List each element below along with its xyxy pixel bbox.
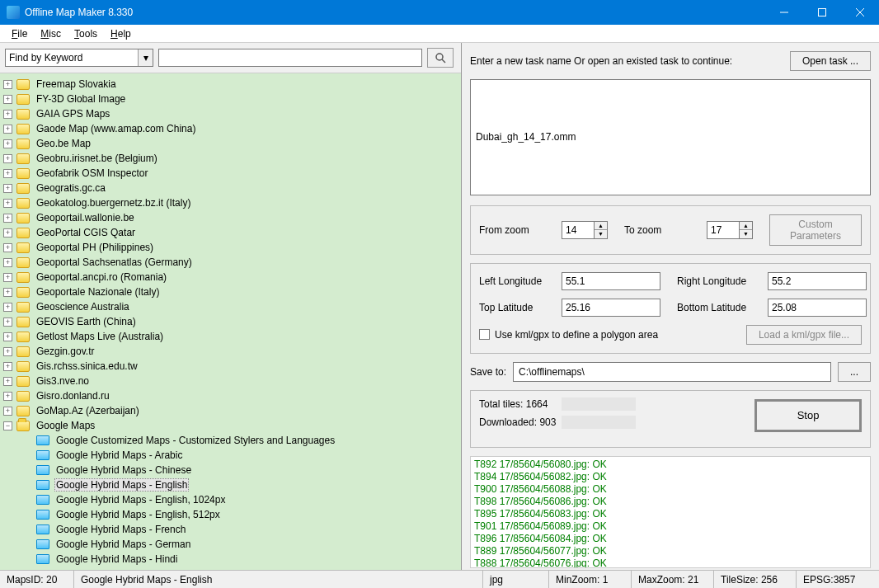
tree-item[interactable]: +Geo.be Map — [2, 136, 459, 151]
svg-point-4 — [436, 54, 443, 60]
find-mode-input[interactable] — [6, 49, 138, 66]
search-input[interactable] — [158, 49, 422, 67]
titlebar[interactable]: Offline Map Maker 8.330 — [0, 0, 879, 25]
save-to-input[interactable] — [513, 362, 831, 382]
expand-icon[interactable]: + — [3, 110, 12, 119]
expand-icon[interactable]: + — [3, 392, 12, 401]
tree-item[interactable]: +Geoportal PH (Philippines) — [2, 240, 459, 255]
tree-item[interactable]: +Freemap Slovakia — [2, 77, 459, 92]
chevron-down-icon[interactable]: ▾ — [138, 49, 153, 66]
tree-label: Geoportal Sachsenatlas (Germany) — [35, 256, 194, 268]
expand-icon[interactable]: + — [3, 332, 12, 341]
tree-leaf[interactable]: Google Hybrid Maps - Hindi — [2, 552, 459, 567]
expand-icon[interactable]: + — [3, 214, 12, 223]
expand-icon[interactable]: + — [3, 139, 12, 148]
expand-icon[interactable]: + — [3, 154, 12, 163]
stop-button[interactable]: Stop — [754, 399, 862, 432]
expand-icon[interactable]: + — [3, 377, 12, 386]
close-button[interactable] — [841, 0, 879, 25]
open-task-button[interactable]: Open task ... — [790, 51, 871, 71]
menu-tools[interactable]: Tools — [68, 26, 104, 41]
right-lon-input[interactable] — [768, 272, 867, 290]
tree-item[interactable]: +Geoportale Nazionale (Italy) — [2, 285, 459, 299]
expand-icon[interactable]: + — [3, 125, 12, 134]
menubar: File Misc Tools Help — [0, 25, 879, 43]
tree-item[interactable]: +Geofabrik OSM Inspector — [2, 166, 459, 181]
tree-label: Geoscience Australia — [35, 301, 131, 313]
tree-item[interactable]: +Gisro.donland.ru — [2, 388, 459, 403]
expand-icon[interactable]: + — [3, 199, 12, 208]
download-log[interactable]: T892 17/85604/56080.jpg: OKT894 17/85604… — [470, 456, 871, 569]
expand-icon[interactable]: + — [3, 95, 12, 104]
expand-icon[interactable]: + — [3, 184, 12, 193]
find-mode-combo[interactable]: ▾ — [5, 49, 153, 67]
tree-item[interactable]: −Google Maps — [2, 418, 459, 433]
menu-misc[interactable]: Misc — [34, 26, 68, 41]
maximize-button[interactable] — [803, 0, 841, 25]
tree-item[interactable]: +GAIA GPS Maps — [2, 106, 459, 121]
tree-label: GeoPortal CGIS Qatar — [35, 227, 137, 238]
collapse-icon[interactable]: − — [3, 421, 12, 430]
tree-item[interactable]: +Geoportal.ancpi.ro (Romania) — [2, 270, 459, 285]
load-kml-button: Load a kml/gpx file... — [746, 325, 862, 345]
tree-item[interactable]: +Geoportail.wallonie.be — [2, 210, 459, 225]
menu-file[interactable]: File — [5, 26, 34, 41]
tree-item[interactable]: +Geogratis.gc.ca — [2, 181, 459, 195]
tree-item[interactable]: +Gis.rchss.sinica.edu.tw — [2, 359, 459, 374]
minimize-button[interactable] — [765, 0, 803, 25]
tree-item[interactable]: +Gezgin.gov.tr — [2, 344, 459, 359]
expand-icon[interactable]: + — [3, 318, 12, 327]
tree-label: GEOVIS Earth (China) — [35, 316, 138, 327]
tree-leaf[interactable]: Google Customized Maps - Customized Styl… — [2, 433, 459, 448]
tree-item[interactable]: +GEOVIS Earth (China) — [2, 314, 459, 329]
tree-item[interactable]: +Gis3.nve.no — [2, 374, 459, 388]
search-button[interactable] — [427, 48, 454, 68]
to-zoom-input[interactable] — [707, 221, 740, 239]
from-zoom-input[interactable] — [562, 221, 595, 239]
tree-label: Google Hybrid Maps - German — [54, 539, 192, 550]
from-zoom-spinner[interactable]: ▲▼ — [595, 221, 608, 239]
tree-label: Freemap Slovakia — [35, 78, 118, 90]
bottom-lat-input[interactable] — [768, 299, 867, 317]
expand-icon[interactable]: + — [3, 288, 12, 297]
tree-leaf[interactable]: Google Hybrid Maps - Chinese — [2, 463, 459, 477]
tree-item[interactable]: +Gaode Map (www.amap.com China) — [2, 121, 459, 136]
map-tree-panel[interactable]: ▾ +Freemap Slovakia+FY-3D Global Image+G… — [0, 43, 462, 570]
expand-icon[interactable]: + — [3, 407, 12, 416]
tree-item[interactable]: +Geokatolog.buergernetz.bz.it (Italy) — [2, 195, 459, 210]
expand-icon[interactable]: + — [3, 347, 12, 356]
expand-icon[interactable]: + — [3, 258, 12, 267]
expand-icon[interactable]: + — [3, 169, 12, 178]
top-lat-input[interactable] — [562, 299, 660, 317]
left-lon-input[interactable] — [562, 272, 660, 290]
expand-icon[interactable]: + — [3, 273, 12, 282]
tree-leaf[interactable]: Google Hybrid Maps - English, 512px — [2, 507, 459, 522]
browse-button[interactable]: ... — [838, 362, 871, 382]
tree-item[interactable]: +GoMap.Az (Azerbaijan) — [2, 403, 459, 418]
tree-item[interactable]: +Geoscience Australia — [2, 299, 459, 314]
expand-icon[interactable]: + — [3, 228, 12, 238]
tree-item[interactable]: +Geoportal Sachsenatlas (Germany) — [2, 255, 459, 270]
folder-open-icon — [16, 421, 30, 431]
tree-label: Geoportail.wallonie.be — [35, 212, 136, 223]
tree-label: Google Hybrid Maps - Hindi — [54, 553, 179, 565]
menu-help[interactable]: Help — [104, 26, 138, 41]
expand-icon[interactable]: + — [3, 243, 12, 252]
tree-label: Gisro.donland.ru — [35, 390, 111, 402]
tree-leaf[interactable]: Google Hybrid Maps - German — [2, 537, 459, 552]
tree-item[interactable]: +Getlost Maps Live (Australia) — [2, 329, 459, 344]
tree-item[interactable]: +Geobru.irisnet.be (Belgium) — [2, 151, 459, 166]
tree-leaf[interactable]: Google Hybrid Maps - Arabic — [2, 448, 459, 463]
kml-checkbox[interactable] — [479, 329, 490, 340]
expand-icon[interactable]: + — [3, 362, 12, 371]
expand-icon[interactable]: + — [3, 80, 12, 89]
tree-leaf[interactable]: Google Hybrid Maps - French — [2, 522, 459, 537]
expand-icon[interactable]: + — [3, 303, 12, 312]
tree-item[interactable]: +FY-3D Global Image — [2, 92, 459, 106]
to-zoom-spinner[interactable]: ▲▼ — [740, 221, 753, 239]
tree-leaf[interactable]: Google Hybrid Maps - English — [2, 477, 459, 492]
tree-label: Geoportal PH (Philippines) — [35, 242, 155, 253]
tree-item[interactable]: +GeoPortal CGIS Qatar — [2, 225, 459, 240]
task-name-input[interactable] — [470, 79, 871, 195]
tree-leaf[interactable]: Google Hybrid Maps - English, 1024px — [2, 492, 459, 507]
